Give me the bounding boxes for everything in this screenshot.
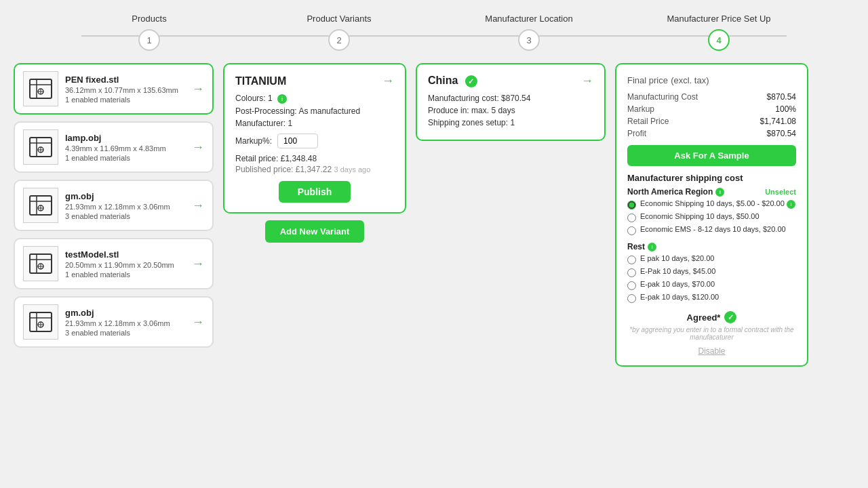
product-info-0: PEN fixed.stl 36.12mm x 10.77mm x 135.63… [65, 75, 185, 104]
shipping-zones-row: Shipping zones setup: 1 [428, 118, 593, 127]
product-info-2: gm.obj 21.93mm x 12.18mm x 3.06mm 3 enab… [65, 191, 185, 220]
colours-row: Colours: 1 i [235, 94, 394, 104]
retail-price-row: Retail Price $1,741.08 [627, 117, 796, 126]
variant-arrow[interactable]: → [382, 74, 394, 88]
step-circle-1: 1 [138, 29, 160, 51]
shipping-option-na-1: Economic Shipping 10 days, $50.00 [627, 212, 796, 222]
price-column: Final price (excl. tax) Manufacturing Co… [615, 63, 808, 367]
shipping-radio-rest-3[interactable] [627, 294, 636, 303]
retail-price-row: Retail price: £1,348.48 [235, 154, 394, 163]
contract-note: *by aggreeing you enter in to a formal c… [627, 326, 796, 341]
product-icon-0 [23, 71, 58, 106]
variant-title: TITANIUM [235, 75, 286, 87]
product-card-0[interactable]: PEN fixed.stl 36.12mm x 10.77mm x 135.63… [14, 63, 214, 115]
product-info-4: gm.obj 21.93mm x 12.18mm x 3.06mm 3 enab… [65, 308, 185, 337]
manufacturing-cost-row: Manufacturing cost: $870.54 [428, 94, 593, 103]
shipping-radio-rest-2[interactable] [627, 281, 636, 290]
profit-row: Profit $870.54 [627, 129, 796, 138]
rest-region: Rest i E pak 10 days, $20.00 E-Pak 10 da… [627, 242, 796, 303]
markup-price-row: Markup 100% [627, 104, 796, 114]
product-arrow-3[interactable]: → [192, 257, 204, 271]
add-variant-button[interactable]: Add New Variant [265, 220, 365, 243]
shipping-option-na-2: Economic EMS - 8-12 days 10 days, $20.00 [627, 225, 796, 235]
markup-row: Markup%: [235, 134, 394, 148]
publish-button[interactable]: Publish [279, 181, 351, 203]
shipping-radio-na-0[interactable] [627, 201, 636, 209]
rest-region-title: Rest i [627, 242, 796, 251]
product-icon-4 [23, 304, 58, 340]
markup-input[interactable] [277, 134, 318, 148]
agreed-check-icon: ✓ [724, 311, 736, 323]
products-column: PEN fixed.stl 36.12mm x 10.77mm x 135.63… [14, 63, 214, 354]
price-card: Final price (excl. tax) Manufacturing Co… [615, 63, 808, 367]
product-info-3: testModel.stl 20.50mm x 11.90mm x 20.50m… [65, 249, 185, 279]
variants-column: TITANIUM → Colours: 1 i Post-Processing:… [223, 63, 406, 243]
location-title: China ✓ [428, 75, 477, 87]
north-america-info-icon[interactable]: i [715, 188, 724, 197]
product-arrow-4[interactable]: → [192, 315, 204, 329]
location-arrow[interactable]: → [581, 74, 593, 88]
variant-card: TITANIUM → Colours: 1 i Post-Processing:… [223, 63, 406, 214]
product-arrow-2[interactable]: → [192, 199, 204, 213]
agreed-row: Agreed* ✓ [627, 311, 796, 323]
step-circle-2: 2 [328, 29, 350, 51]
step-products[interactable]: Products 1 [54, 14, 244, 51]
shipping-option-na-0: Economic Shipping 10 days, $5.00 - $20.0… [627, 199, 796, 209]
product-card-3[interactable]: testModel.stl 20.50mm x 11.90mm x 20.50m… [14, 238, 214, 289]
location-column: China ✓ → Manufacturing cost: $870.54 Pr… [416, 63, 606, 141]
product-info-1: lamp.obj 4.39mm x 11.69mm x 4.83mm 1 ena… [65, 133, 185, 162]
shipping-radio-na-2[interactable] [627, 226, 636, 235]
shipping-option-rest-0: E pak 10 days, $20.00 [627, 254, 796, 264]
colours-info-icon[interactable]: i [277, 94, 287, 104]
published-price-row: Published price: £1,347.22 3 days ago [235, 165, 394, 174]
shipping-radio-na-1[interactable] [627, 214, 636, 222]
shipping-option-rest-2: E-pak 10 days, $70.00 [627, 280, 796, 290]
rest-info-icon[interactable]: i [648, 243, 656, 251]
post-processing-row: Post-Processing: As manufactured [235, 106, 394, 116]
main-columns: PEN fixed.stl 36.12mm x 10.77mm x 135.63… [14, 63, 854, 367]
manufacturer-row: Manufacturer: 1 [235, 119, 394, 128]
location-card: China ✓ → Manufacturing cost: $870.54 Pr… [416, 63, 606, 141]
step-circle-4: 4 [708, 29, 730, 51]
step-variants[interactable]: Product Variants 2 [244, 14, 434, 51]
shipping-option-rest-1: E-Pak 10 days, $45.00 [627, 267, 796, 277]
north-america-region-title: North America Region i Unselect [627, 187, 796, 197]
product-arrow-1[interactable]: → [192, 140, 204, 155]
disable-button[interactable]: Disable [698, 346, 725, 356]
location-check-icon: ✓ [465, 75, 477, 87]
shipping-cost-title: Manufacturer shipping cost [627, 173, 796, 183]
product-icon-3 [23, 246, 58, 281]
product-arrow-0[interactable]: → [192, 82, 204, 96]
shipping-info-icon-na-0[interactable]: i [787, 200, 795, 209]
final-price-title: Final price (excl. tax) [627, 74, 796, 85]
step-location[interactable]: Manufacturer Location 3 [434, 14, 624, 51]
manufacturing-cost-price-row: Manufacturing Cost $870.54 [627, 92, 796, 102]
shipping-radio-rest-1[interactable] [627, 268, 636, 277]
product-card-1[interactable]: lamp.obj 4.39mm x 11.69mm x 4.83mm 1 ena… [14, 121, 214, 173]
step-price-setup[interactable]: Manufacturer Price Set Up 4 [624, 14, 814, 51]
produce-row: Produce in: max. 5 days [428, 106, 593, 115]
north-america-unselect[interactable]: Unselect [765, 188, 796, 196]
shipping-radio-rest-0[interactable] [627, 256, 636, 264]
stepper: Products 1 Product Variants 2 Manufactur… [14, 14, 854, 51]
product-card-4[interactable]: gm.obj 21.93mm x 12.18mm x 3.06mm 3 enab… [14, 296, 214, 348]
product-icon-1 [23, 129, 58, 165]
shipping-option-rest-3: E-pak 10 days, $120.00 [627, 293, 796, 303]
product-icon-2 [23, 188, 58, 223]
ask-sample-button[interactable]: Ask For A Sample [627, 145, 796, 166]
product-card-2[interactable]: gm.obj 21.93mm x 12.18mm x 3.06mm 3 enab… [14, 180, 214, 231]
step-circle-3: 3 [518, 29, 540, 51]
